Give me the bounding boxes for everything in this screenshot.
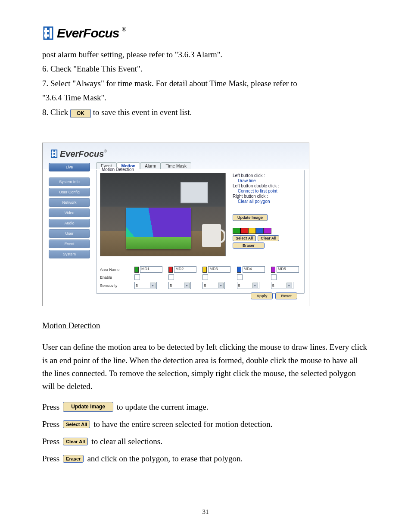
sidebar-item-user-config[interactable]: User Config <box>49 188 90 196</box>
row-label-sens: Sensitivity <box>100 283 130 288</box>
sidebar-item-network[interactable]: Network <box>49 198 90 207</box>
area-name-input[interactable]: MD4 <box>243 266 265 273</box>
area-color-selector <box>233 228 301 234</box>
ok-button[interactable]: OK <box>70 109 91 118</box>
motion-detection-fieldset: Motion Detection Left button click : Dra… <box>96 170 305 294</box>
everfocus-logo-icon <box>50 149 58 158</box>
hint-sub: Connect to first point <box>233 189 301 193</box>
enable-checkbox[interactable] <box>271 274 277 280</box>
sidebar-item-system[interactable]: System <box>49 250 90 258</box>
sidebar-item-system-info[interactable]: System Info <box>49 177 90 186</box>
area-color-swatch <box>271 267 275 273</box>
select-all-button[interactable]: Select All <box>233 235 256 241</box>
area-name-cell: MD5 <box>271 266 301 273</box>
area-color-swatch <box>134 267 139 273</box>
camera-preview[interactable] <box>100 173 226 256</box>
fieldset-legend: Motion Detection <box>100 167 136 172</box>
area-enable-cell <box>134 274 164 280</box>
intro-line: "3.6.4 Time Mask". <box>42 91 369 104</box>
area-enable-cell <box>271 274 301 280</box>
reset-button[interactable]: Reset <box>275 292 297 299</box>
apply-button[interactable]: Apply <box>251 292 273 299</box>
press-after: to clear all selections. <box>91 437 162 446</box>
area-color-swatch <box>202 267 207 273</box>
color-swatch[interactable] <box>248 228 256 234</box>
area-name-cell: MD2 <box>168 266 198 273</box>
area-enable-cell <box>202 274 232 280</box>
press-row: Press Update Image to update the current… <box>42 402 369 412</box>
shot-brand: EverFocus <box>60 149 104 159</box>
svg-rect-5 <box>52 155 55 156</box>
area-sens-cell: 5▾ <box>271 282 301 289</box>
press-button[interactable]: Clear All <box>63 438 88 445</box>
doc-logo-brand: EverFocus <box>57 26 119 40</box>
chevron-down-icon: ▾ <box>150 283 156 288</box>
press-after: to update the current image. <box>117 402 209 412</box>
sidebar-item-event[interactable]: Event <box>49 240 90 248</box>
row-label-enable: Enable <box>100 275 130 280</box>
sensitivity-select[interactable]: 5▾ <box>271 282 293 289</box>
hint-line: Left button double click : <box>233 184 301 188</box>
sidebar-item-live[interactable]: Live <box>49 163 90 171</box>
press-instructions: Press Update Image to update the current… <box>42 402 369 464</box>
step8-after: to save this event in event list. <box>93 108 192 117</box>
clear-all-button[interactable]: Clear All <box>258 235 279 241</box>
step8-before: 8. Click <box>42 108 70 117</box>
enable-checkbox[interactable] <box>202 274 208 280</box>
registered-mark: ® <box>104 149 107 153</box>
sensitivity-select[interactable]: 5▾ <box>168 282 191 289</box>
area-sens-cell: 5▾ <box>134 282 164 289</box>
press-button[interactable]: Select All <box>63 420 90 428</box>
area-grid: Area Name MD1 MD2 MD3 MD4 MD5 Enable <box>100 266 301 289</box>
press-button[interactable]: Eraser <box>63 455 84 463</box>
press-button[interactable]: Update Image <box>63 402 113 412</box>
enable-checkbox[interactable] <box>237 274 243 280</box>
area-enable-cell <box>237 274 267 280</box>
color-swatch[interactable] <box>233 228 240 234</box>
color-swatch[interactable] <box>240 228 248 234</box>
tab-time-mask[interactable]: Time Mask <box>161 162 191 169</box>
area-name-cell: MD1 <box>134 266 164 273</box>
sensitivity-select[interactable]: 5▾ <box>202 282 225 289</box>
sidebar-item-video[interactable]: Video <box>49 208 90 217</box>
area-name-input[interactable]: MD1 <box>140 266 162 273</box>
press-row: Press Clear All to clear all selections. <box>42 437 369 446</box>
press-before: Press <box>42 437 59 446</box>
update-image-button[interactable]: Update Image <box>233 214 268 221</box>
color-swatch[interactable] <box>256 228 264 234</box>
chevron-down-icon: ▾ <box>286 283 292 288</box>
embedded-screenshot: EverFocus ® Live System Info User Config… <box>42 143 309 306</box>
main-panel: Event Motion Alarm Time Mask Motion Dete… <box>90 162 305 302</box>
sensitivity-select[interactable]: 5▾ <box>237 282 259 289</box>
enable-checkbox[interactable] <box>168 274 174 280</box>
svg-rect-2 <box>44 34 49 37</box>
intro-text: post alarm buffer setting, please refer … <box>42 48 369 118</box>
area-name-input[interactable]: MD5 <box>277 266 299 273</box>
hint-line: Right button click : <box>233 194 301 199</box>
press-before: Press <box>42 454 59 464</box>
hint-sub: Clear all polygon <box>233 199 301 204</box>
sensitivity-select[interactable]: 5▾ <box>134 282 157 289</box>
area-name-input[interactable]: MD2 <box>174 266 196 273</box>
tab-alarm[interactable]: Alarm <box>140 162 161 169</box>
area-sens-cell: 5▾ <box>168 282 198 289</box>
intro-line: 6. Check "Enable This Event". <box>42 62 369 75</box>
press-before: Press <box>42 402 59 412</box>
doc-logo: EverFocus ® <box>42 26 369 40</box>
hint-line: Left button click : <box>233 173 301 178</box>
area-color-swatch <box>168 267 173 273</box>
press-after: and click on the polygon, to erase that … <box>87 454 243 464</box>
area-enable-cell <box>168 274 198 280</box>
eraser-button[interactable]: Eraser <box>233 243 265 249</box>
area-name-input[interactable]: MD3 <box>208 266 230 273</box>
hint-sub: Draw line <box>233 178 301 183</box>
area-color-swatch <box>237 267 241 273</box>
press-after: to have the entire screen selected for m… <box>93 420 272 429</box>
everfocus-logo-icon <box>42 26 54 40</box>
sidebar-item-user[interactable]: User <box>49 229 90 238</box>
color-swatch[interactable] <box>264 228 271 234</box>
svg-rect-4 <box>52 152 55 153</box>
enable-checkbox[interactable] <box>134 274 140 280</box>
intro-line: post alarm buffer setting, please refer … <box>42 48 369 61</box>
sidebar-item-audio[interactable]: Audio <box>49 219 90 227</box>
